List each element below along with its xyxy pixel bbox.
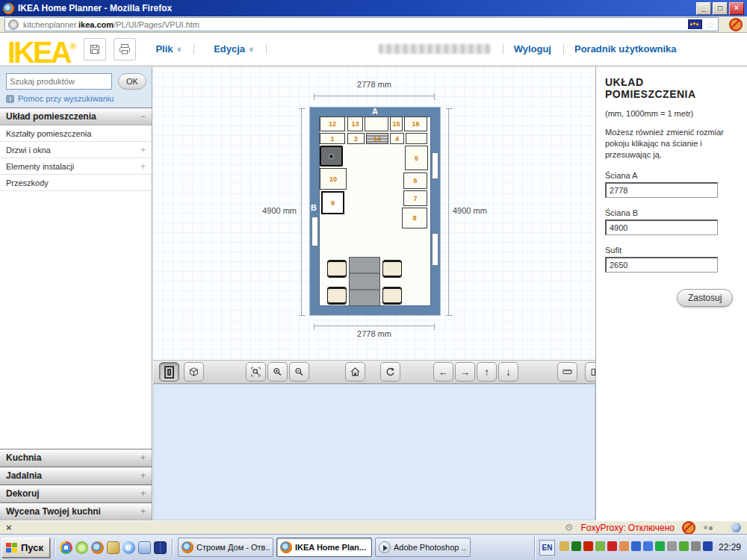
sidebar-item-przeszkody[interactable]: Przeszkody <box>0 175 152 191</box>
cabinet-12[interactable]: 12 <box>320 116 345 131</box>
zoom-fit-button[interactable] <box>246 362 266 382</box>
tray-icon[interactable] <box>607 541 617 551</box>
tray-icon[interactable] <box>619 541 629 551</box>
search-ok-button[interactable]: OK <box>118 73 146 90</box>
tray-icon[interactable] <box>667 541 677 551</box>
foxyproxy-status[interactable]: FoxyProxy: Отключено <box>580 523 675 533</box>
wall-a-input[interactable] <box>605 182 718 198</box>
hob-14[interactable]: 14 <box>366 133 388 144</box>
tray-icon[interactable] <box>655 541 665 551</box>
eu-flag-icon[interactable] <box>688 19 702 29</box>
window[interactable] <box>432 233 438 266</box>
move-down-button[interactable]: ↓ <box>498 362 518 382</box>
accordion-dekoruj[interactable]: Dekoruj+ <box>0 485 152 503</box>
taskbar-window-button[interactable]: Строим Дом - Отв... <box>178 538 273 557</box>
move-left-button[interactable]: ← <box>433 362 453 382</box>
firefox-icon[interactable] <box>91 541 104 554</box>
accordion-wycena[interactable]: Wycena Twojej kuchni+ <box>0 503 152 520</box>
minimize-button[interactable]: _ <box>696 2 711 15</box>
extension-icon[interactable] <box>703 524 713 532</box>
gear-icon[interactable]: ⚙ <box>565 522 574 533</box>
floorplan-room[interactable]: A B 12131516121441095678 <box>309 107 441 316</box>
cabinet-16[interactable]: 16 <box>404 116 427 131</box>
chair[interactable] <box>382 287 402 305</box>
tray-icon[interactable] <box>703 541 713 551</box>
findbar-close-icon[interactable]: × <box>6 523 12 532</box>
sidebar-item-ksztalty[interactable]: Kształty pomieszczenia <box>0 125 152 142</box>
search-help-link[interactable]: Pomoc przy wyszukiwaniu <box>18 94 114 103</box>
cabinet-8[interactable]: 8 <box>402 208 427 228</box>
foxyproxy-disabled-icon[interactable] <box>682 521 695 535</box>
cabinet-15[interactable]: 15 <box>390 116 403 131</box>
view-3d-button[interactable] <box>184 362 204 382</box>
restore-button[interactable]: □ <box>713 2 728 15</box>
zoom-in-button[interactable] <box>267 362 288 382</box>
ceiling-input[interactable] <box>605 257 718 273</box>
taskbar-window-button[interactable]: IKEA Home Plan... <box>276 538 372 557</box>
language-indicator[interactable]: EN <box>539 540 555 556</box>
chair[interactable] <box>382 260 402 278</box>
zoom-out-button[interactable] <box>289 362 309 382</box>
table[interactable] <box>349 257 380 306</box>
home-view-button[interactable] <box>345 362 365 382</box>
tray-icon[interactable] <box>571 541 581 551</box>
cabinet[interactable] <box>406 133 427 144</box>
save-button[interactable] <box>84 38 106 60</box>
wall-a-label[interactable]: A <box>310 107 440 116</box>
search-input[interactable] <box>6 73 112 90</box>
start-button[interactable]: Пуск <box>1 538 50 558</box>
tray-icon[interactable] <box>583 541 593 551</box>
cabinet-5[interactable]: 5 <box>405 146 428 170</box>
book-icon[interactable] <box>154 541 167 554</box>
measure-button[interactable] <box>557 362 577 382</box>
wall-b-input[interactable] <box>605 220 718 235</box>
tray-icon[interactable] <box>679 541 689 551</box>
window[interactable] <box>432 152 438 179</box>
tray-icon[interactable] <box>643 541 653 551</box>
bookmark-star-icon[interactable]: ☆ <box>705 20 715 29</box>
cabinet-13[interactable]: 13 <box>347 116 363 131</box>
cabinet-10[interactable]: 10 <box>320 168 347 190</box>
accordion-kuchnia[interactable]: Kuchnia+ <box>0 449 152 467</box>
accordion-jadalnia[interactable]: Jadalnia+ <box>0 467 152 485</box>
taskbar-clock[interactable]: 22:29 <box>719 542 741 553</box>
taskbar-window-button[interactable]: Adobe Photoshop ... <box>375 538 471 557</box>
apply-button[interactable]: Zastosuj <box>677 289 733 307</box>
close-button[interactable]: × <box>729 2 744 15</box>
tray-icon[interactable] <box>595 541 605 551</box>
menu-plik[interactable]: Plik∨ <box>155 43 182 55</box>
chair[interactable] <box>327 260 347 278</box>
cabinet-1[interactable]: 1 <box>320 133 345 144</box>
cabinet-2[interactable]: 2 <box>347 133 365 144</box>
appliance[interactable] <box>320 146 343 167</box>
icq-icon[interactable] <box>75 541 88 554</box>
blocker-icon[interactable] <box>729 18 743 31</box>
cabinet-4[interactable]: 4 <box>390 133 404 144</box>
rotate-button[interactable] <box>380 362 400 382</box>
logout-link[interactable]: Wyloguj <box>514 43 551 55</box>
chair[interactable] <box>327 287 347 305</box>
print-button[interactable] <box>114 38 136 60</box>
view-2d-button[interactable] <box>159 362 179 382</box>
cabinet[interactable] <box>365 116 388 131</box>
sidebar-item-drzwi-okna[interactable]: Drzwi i okna+ <box>0 142 152 158</box>
sidebar-item-elementy-instalacji[interactable]: Elementy instalacji+ <box>0 158 152 175</box>
tray-icon[interactable] <box>691 541 701 551</box>
cabinet-7[interactable]: 7 <box>403 190 427 206</box>
user-guide-link[interactable]: Poradnik użytkownika <box>574 43 677 55</box>
ie-icon[interactable] <box>123 541 135 554</box>
wall-b-label[interactable]: B <box>311 203 317 212</box>
url-input[interactable]: kitchenplanner.ikea.com/PL/UI/Pages/VPUI… <box>4 17 719 31</box>
move-up-button[interactable]: ↑ <box>477 362 497 382</box>
menu-edycja[interactable]: Edycja∨ <box>214 43 254 55</box>
window[interactable] <box>311 217 318 246</box>
punto-icon[interactable] <box>107 541 120 554</box>
cabinet-6[interactable]: 6 <box>403 172 427 189</box>
tray-icon[interactable] <box>631 541 641 551</box>
chrome-icon[interactable] <box>60 541 72 554</box>
mail-icon[interactable] <box>138 541 151 554</box>
move-right-button[interactable]: → <box>455 362 475 382</box>
floorplan-canvas[interactable]: 2778 mm 4900 mm 4900 mm A B 121315161214… <box>153 67 595 360</box>
tray-icon[interactable] <box>560 541 569 551</box>
sink-9[interactable]: 9 <box>321 191 344 214</box>
